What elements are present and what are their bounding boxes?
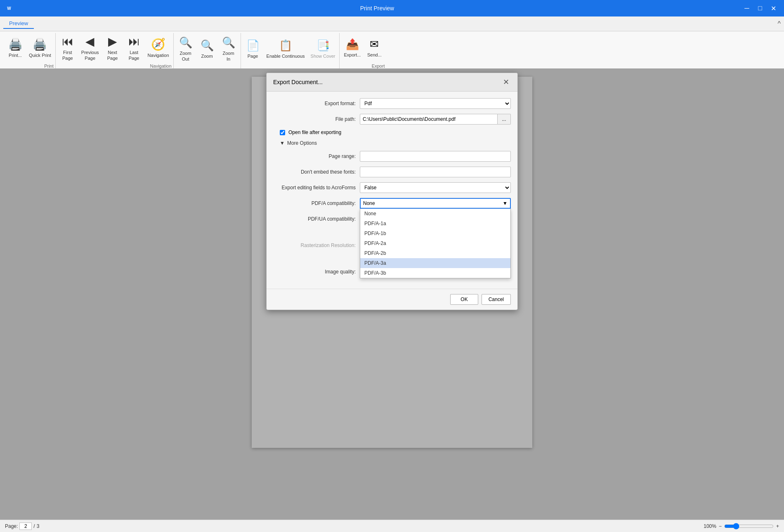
send-button[interactable]: ✉ Send... — [364, 33, 385, 63]
next-page-icon: ▶ — [108, 35, 117, 48]
page-range-input[interactable] — [360, 151, 511, 162]
toolbar-group-print: 🖨️ Print... 🖨️ Quick Print Print — [3, 33, 56, 68]
dont-embed-fonts-input[interactable] — [360, 167, 511, 177]
page-info: Page: / 3 — [5, 523, 39, 530]
first-page-label: FirstPage — [62, 50, 73, 61]
title-bar-title: Print Preview — [13, 5, 741, 12]
show-cover-label: Show Cover — [311, 54, 335, 59]
prev-page-button[interactable]: ◀ PreviousPage — [79, 33, 102, 63]
zoom-plus-icon[interactable]: + — [776, 523, 779, 529]
last-page-label: LastPage — [129, 50, 139, 61]
show-cover-icon: 📑 — [316, 39, 330, 52]
enable-continuous-icon: 📋 — [279, 39, 292, 52]
enable-continuous-button[interactable]: 📋 Enable Continuous — [264, 34, 307, 64]
export-format-select[interactable]: PdfWordHTML — [360, 98, 511, 109]
quick-print-button[interactable]: 🖨️ Quick Print — [26, 33, 54, 63]
status-bar: Page: / 3 100% − + — [0, 520, 784, 532]
pdfa-dropdown-selected[interactable]: None ▼ — [360, 198, 511, 209]
print-button[interactable]: 🖨️ Print... — [5, 33, 26, 63]
page-range-label: Page range: — [273, 153, 356, 159]
open-after-checkbox[interactable] — [280, 130, 285, 135]
zoom-in-label: ZoomIn — [223, 51, 234, 61]
title-bar-left: W — [5, 4, 13, 12]
pdfa-option-2a[interactable]: PDF/A-2a — [360, 238, 510, 248]
first-page-button[interactable]: ⏮ FirstPage — [57, 33, 78, 63]
toolbar: 🖨️ Print... 🖨️ Quick Print Print ⏮ First… — [0, 31, 784, 68]
toolbar-group-export: 📤 Export... ✉ Send... Export — [340, 33, 386, 68]
pdfa-selected-value: None — [363, 200, 375, 206]
zoom-button[interactable]: 🔍 Zoom — [197, 34, 217, 64]
export-acroforms-label: Export editing fields to AcroForms — [273, 185, 356, 191]
tab-preview[interactable]: Preview — [3, 19, 34, 29]
more-options-label: More Options — [287, 140, 317, 146]
export-format-label: Export format: — [273, 101, 356, 106]
image-quality-label: Image quality: — [273, 269, 356, 275]
cancel-button[interactable]: Cancel — [482, 294, 511, 305]
title-bar: W Print Preview ─ □ ✕ — [0, 0, 784, 16]
file-path-container: ... — [360, 114, 511, 125]
pdfa-option-1a[interactable]: PDF/A-1a — [360, 219, 510, 228]
export-format-row: Export format: PdfWordHTML — [273, 98, 511, 109]
zoom-out-icon: 🔍 — [179, 36, 192, 49]
total-pages: 3 — [37, 523, 40, 529]
send-label: Send... — [367, 52, 382, 58]
ribbon-collapse-button[interactable]: ^ — [777, 20, 781, 28]
export-icon: 📤 — [346, 38, 359, 51]
ribbon-tabs: Preview ^ — [0, 16, 784, 31]
maximize-button[interactable]: □ — [754, 2, 766, 14]
close-button[interactable]: ✕ — [767, 2, 779, 14]
pdfa-option-none[interactable]: None — [360, 209, 510, 219]
current-page-input[interactable] — [19, 523, 32, 530]
pdfua-compat-label: PDF/UA compatibility: — [273, 216, 356, 222]
modal-overlay: Export Document... ✕ Export format: PdfW… — [0, 68, 784, 520]
navigation-icon: 🧭 — [151, 38, 165, 51]
ok-button[interactable]: OK — [450, 294, 478, 305]
open-after-row: Open file after exporting — [273, 129, 511, 135]
toolbar-group-view: 📄 Page 📋 Enable Continuous 📑 Show Cover — [241, 33, 340, 68]
more-options-arrow: ▼ — [280, 140, 285, 146]
export-label: Export... — [344, 52, 361, 58]
modal-header: Export Document... ✕ — [267, 73, 517, 92]
zoom-out-label: ZoomOut — [180, 51, 191, 61]
zoom-minus-icon[interactable]: − — [719, 523, 722, 529]
export-acroforms-row: Export editing fields to AcroForms False… — [273, 182, 511, 193]
zoom-slider[interactable] — [724, 523, 774, 530]
pdfa-compat-label: PDF/A compatibility: — [273, 200, 356, 206]
zoom-icon: 🔍 — [201, 39, 214, 52]
first-page-icon: ⏮ — [62, 35, 73, 48]
last-page-icon: ⏭ — [128, 35, 140, 48]
dont-embed-fonts-row: Don't embed these fonts: — [273, 167, 511, 177]
navigation-button[interactable]: 🧭 Navigation — [145, 33, 172, 63]
dont-embed-fonts-label: Don't embed these fonts: — [273, 169, 356, 175]
send-icon: ✉ — [370, 38, 379, 51]
pdfa-option-1b[interactable]: PDF/A-1b — [360, 228, 510, 238]
page-label: Page: — [5, 523, 18, 529]
modal-body: Export format: PdfWordHTML File path: ..… — [267, 92, 517, 289]
file-path-row: File path: ... — [273, 114, 511, 125]
export-acroforms-select[interactable]: FalseTrue — [360, 182, 511, 193]
zoom-out-button[interactable]: 🔍 ZoomOut — [175, 34, 196, 64]
pdfa-option-2b[interactable]: PDF/A-2b — [360, 248, 510, 258]
raster-res-label: Rasterization Resolution: — [273, 242, 356, 248]
pdfa-dropdown-container: None ▼ None PDF/A-1a PDF/A-1b PDF/A-2a P… — [360, 198, 511, 209]
show-cover-button[interactable]: 📑 Show Cover — [308, 34, 338, 64]
page-button[interactable]: 📄 Page — [243, 34, 263, 64]
minimize-button[interactable]: ─ — [741, 2, 753, 14]
pdfa-option-3a[interactable]: PDF/A-3a — [360, 258, 510, 268]
zoom-in-button[interactable]: 🔍 ZoomIn — [218, 34, 239, 64]
file-path-input[interactable] — [360, 114, 498, 125]
main-content: Multimod... 2 Princi The prop io, must b… — [0, 68, 784, 520]
page-icon: 📄 — [246, 39, 260, 52]
file-browse-button[interactable]: ... — [498, 114, 511, 125]
export-button[interactable]: 📤 Export... — [341, 33, 363, 63]
modal-footer: OK Cancel — [267, 289, 517, 310]
modal-close-button[interactable]: ✕ — [501, 77, 511, 87]
export-dialog: Export Document... ✕ Export format: PdfW… — [266, 73, 518, 310]
last-page-button[interactable]: ⏭ LastPage — [124, 33, 144, 63]
more-options-toggle[interactable]: ▼ More Options — [273, 140, 511, 146]
pdfa-option-3b[interactable]: PDF/A-3b — [360, 268, 510, 278]
modal-title: Export Document... — [273, 79, 323, 85]
page-label: Page — [248, 54, 258, 59]
zoom-level: 100% — [704, 523, 716, 529]
next-page-button[interactable]: ▶ NextPage — [102, 33, 123, 63]
